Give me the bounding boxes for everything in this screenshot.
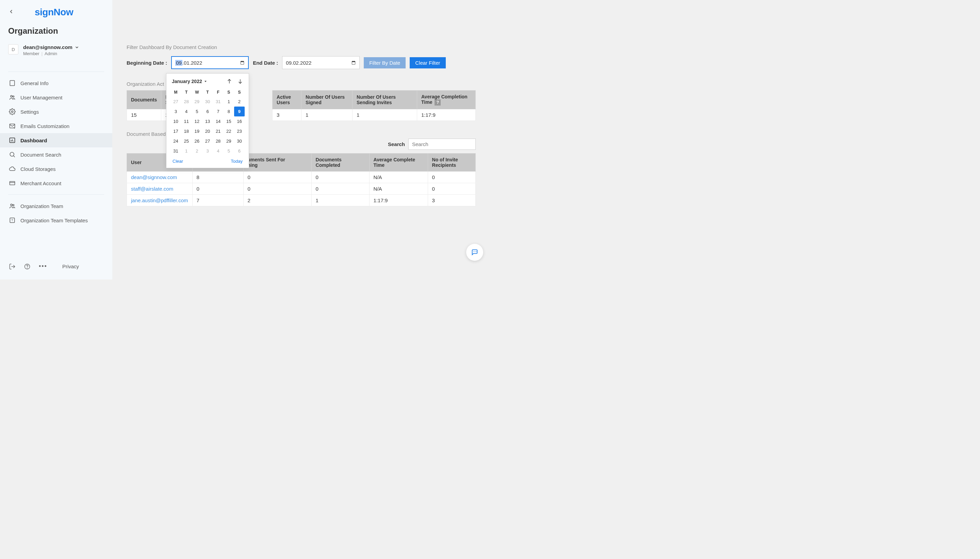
nav-dashboard[interactable]: Dashboard <box>0 133 112 147</box>
dp-day[interactable]: 12 <box>191 116 202 126</box>
dp-day[interactable]: 31 <box>213 97 224 107</box>
nav-org-team-templates[interactable]: T Organization Team Templates <box>0 213 112 227</box>
dp-day[interactable]: 23 <box>234 126 245 136</box>
card-icon <box>9 180 16 187</box>
help-icon[interactable] <box>24 263 31 270</box>
dp-dow: S <box>224 88 234 97</box>
beginning-date-input[interactable]: 09.01.2022 <box>171 56 249 69</box>
template-icon: T <box>9 217 16 224</box>
th-avg: Average Complete Time <box>369 154 428 172</box>
dp-day[interactable]: 29 <box>224 136 234 146</box>
svg-point-19 <box>10 204 12 206</box>
nav-general-info[interactable]: General Info <box>0 76 112 90</box>
user-link[interactable]: dean@signnow.com <box>131 174 177 180</box>
th-sent: uments Sent For ning <box>243 154 311 172</box>
dp-day[interactable]: 1 <box>224 97 234 107</box>
users-icon <box>9 203 16 209</box>
svg-rect-0 <box>10 81 14 86</box>
svg-text:T: T <box>11 218 13 222</box>
chat-fab[interactable] <box>466 244 483 261</box>
dp-day[interactable]: 4 <box>213 146 224 156</box>
nav-user-management[interactable]: User Management <box>0 90 112 104</box>
dp-day[interactable]: 24 <box>170 136 181 146</box>
user-email[interactable]: dean@signnow.com <box>23 44 104 50</box>
date-picker[interactable]: January 2022 MTWTFSS27282930311234567891… <box>166 73 249 168</box>
dp-day[interactable]: 30 <box>234 136 245 146</box>
dp-day[interactable]: 5 <box>224 146 234 156</box>
dp-day[interactable]: 3 <box>170 107 181 116</box>
sidebar-footer: ••• Privacy <box>0 257 112 280</box>
dp-day[interactable]: 30 <box>202 97 213 107</box>
help-badge[interactable]: ? <box>434 99 441 106</box>
svg-rect-31 <box>352 61 355 62</box>
svg-point-15 <box>10 152 14 156</box>
nav-merchant-account[interactable]: Merchant Account <box>0 176 112 190</box>
dp-day[interactable]: 10 <box>170 116 181 126</box>
cloud-icon <box>9 165 16 172</box>
dp-month-selector[interactable]: January 2022 <box>172 79 208 84</box>
org-title: Organization <box>8 26 104 36</box>
svg-line-16 <box>13 156 15 157</box>
back-button[interactable] <box>8 8 14 17</box>
dp-today[interactable]: Today <box>231 159 243 164</box>
dp-day[interactable]: 2 <box>234 97 245 107</box>
user-role: Member|Admin <box>23 51 104 56</box>
svg-point-25 <box>27 268 28 268</box>
dp-day[interactable]: 18 <box>181 126 191 136</box>
filter-by-date-button[interactable]: Filter By Date <box>364 57 406 68</box>
dp-day[interactable]: 19 <box>191 126 202 136</box>
nav-settings[interactable]: Settings <box>0 104 112 119</box>
dp-day[interactable]: 26 <box>191 136 202 146</box>
dp-day[interactable]: 2 <box>191 146 202 156</box>
dp-day[interactable]: 3 <box>202 146 213 156</box>
dp-day[interactable]: 14 <box>213 116 224 126</box>
dp-day[interactable]: 4 <box>181 107 191 116</box>
dp-day[interactable]: 21 <box>213 126 224 136</box>
logout-icon[interactable] <box>9 263 16 270</box>
dp-day[interactable]: 11 <box>181 116 191 126</box>
dp-day[interactable]: 22 <box>224 126 234 136</box>
end-date-input[interactable]: 09.02.2022 <box>282 56 360 69</box>
nav-document-search[interactable]: Document Search <box>0 147 112 162</box>
search-input[interactable] <box>408 139 476 150</box>
svg-point-7 <box>10 95 12 97</box>
dp-day[interactable]: 29 <box>191 97 202 107</box>
dp-day[interactable]: 5 <box>191 107 202 116</box>
nav-org-team[interactable]: Organization Team <box>0 199 112 213</box>
nav-cloud-storages[interactable]: Cloud Storages <box>0 162 112 176</box>
dp-day[interactable]: 13 <box>202 116 213 126</box>
dp-day[interactable]: 25 <box>181 136 191 146</box>
user-block[interactable]: D dean@signnow.com Member|Admin <box>8 44 104 56</box>
dp-day[interactable]: 6 <box>202 107 213 116</box>
dp-day[interactable]: 27 <box>202 136 213 146</box>
more-icon[interactable]: ••• <box>39 263 47 270</box>
dp-clear[interactable]: Clear <box>173 159 183 164</box>
dp-day[interactable]: 28 <box>181 97 191 107</box>
dp-day[interactable]: 28 <box>213 136 224 146</box>
dp-dow: W <box>191 88 202 97</box>
calendar-icon <box>351 60 356 65</box>
th-active-users: Active Users <box>272 91 302 109</box>
dp-day[interactable]: 20 <box>202 126 213 136</box>
th-num-invites: Number Of Users Sending Invites <box>353 91 417 109</box>
gear-icon <box>9 108 16 115</box>
arrow-up-icon[interactable] <box>226 78 233 84</box>
dp-day[interactable]: 27 <box>170 97 181 107</box>
dp-day[interactable]: 15 <box>224 116 234 126</box>
dp-day[interactable]: 8 <box>224 107 234 116</box>
dp-day[interactable]: 16 <box>234 116 245 126</box>
table-row: staff@airslate.com 0 0 0 N/A 0 <box>127 183 476 195</box>
dp-day[interactable]: 1 <box>181 146 191 156</box>
user-link[interactable]: staff@airslate.com <box>131 186 173 192</box>
table-row: jane.austin@pdffiller.com 7 2 1 1:17:9 3 <box>127 195 476 206</box>
user-link[interactable]: jane.austin@pdffiller.com <box>131 197 188 203</box>
dp-day[interactable]: 9 <box>234 107 245 116</box>
dp-day[interactable]: 7 <box>213 107 224 116</box>
dp-day[interactable]: 17 <box>170 126 181 136</box>
dp-day[interactable]: 6 <box>234 146 245 156</box>
nav-emails[interactable]: Emails Customization <box>0 119 112 133</box>
privacy-link[interactable]: Privacy <box>62 263 79 269</box>
dp-day[interactable]: 31 <box>170 146 181 156</box>
arrow-down-icon[interactable] <box>237 78 243 84</box>
clear-filter-button[interactable]: Clear Filter <box>410 57 445 68</box>
